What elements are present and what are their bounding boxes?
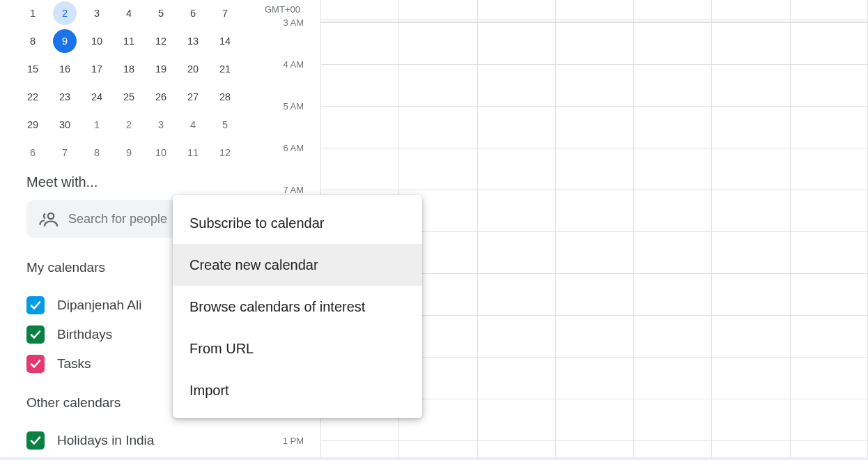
hour-label: 5 AM xyxy=(283,101,304,112)
mini-cal-day-number: 4 xyxy=(117,1,141,25)
mini-cal-day-number: 11 xyxy=(117,29,141,53)
hour-label: 1 PM xyxy=(283,436,304,446)
menu-item[interactable]: Browse calendars of interest xyxy=(173,286,422,328)
mini-cal-day-number: 8 xyxy=(21,29,45,53)
mini-cal-day[interactable]: 11 xyxy=(177,139,209,166)
mini-cal-day-number: 10 xyxy=(149,141,173,164)
hour-label: 4 AM xyxy=(283,59,304,70)
mini-cal-day[interactable]: 15 xyxy=(17,56,49,82)
mini-cal-day[interactable]: 3 xyxy=(81,0,113,26)
mini-cal-day[interactable]: 29 xyxy=(17,112,49,138)
mini-cal-day-number: 11 xyxy=(181,141,205,164)
mini-cal-day[interactable]: 9 xyxy=(49,28,81,54)
mini-cal-day-number: 21 xyxy=(213,57,237,81)
mini-cal-day[interactable]: 27 xyxy=(177,84,209,110)
mini-cal-day-number: 13 xyxy=(181,29,205,53)
mini-cal-day-number: 2 xyxy=(53,1,77,25)
mini-cal-day-number: 6 xyxy=(21,141,45,164)
mini-cal-day[interactable]: 6 xyxy=(177,0,209,26)
calendar-checkbox[interactable] xyxy=(26,431,45,450)
mini-cal-day-number: 17 xyxy=(85,57,109,81)
mini-cal-day-number: 2 xyxy=(117,113,141,137)
people-icon xyxy=(39,211,59,227)
mini-cal-day[interactable]: 8 xyxy=(81,139,113,166)
calendar-item-label: Tasks xyxy=(57,356,91,371)
mini-cal-day[interactable]: 14 xyxy=(209,28,241,54)
mini-cal-day[interactable]: 18 xyxy=(113,56,145,82)
calendar-item-label: Birthdays xyxy=(57,327,112,342)
mini-cal-day-number: 7 xyxy=(53,141,77,164)
menu-item[interactable]: Create new calendar xyxy=(173,244,422,286)
mini-cal-day[interactable]: 28 xyxy=(209,84,241,110)
mini-cal-day[interactable]: 5 xyxy=(145,0,177,26)
mini-cal-day[interactable]: 7 xyxy=(209,0,241,26)
mini-cal-day-number: 15 xyxy=(21,57,45,81)
mini-cal-day[interactable]: 4 xyxy=(177,112,209,138)
calendar-list-item[interactable]: Holidays in India xyxy=(26,426,251,455)
menu-item[interactable]: From URL xyxy=(173,328,422,369)
mini-cal-day[interactable]: 12 xyxy=(209,139,241,166)
mini-cal-day[interactable]: 10 xyxy=(81,28,113,54)
hour-label: 3 AM xyxy=(283,17,304,28)
mini-cal-day[interactable]: 19 xyxy=(145,56,177,82)
mini-cal-day-number: 12 xyxy=(213,141,237,164)
mini-cal-day-number: 5 xyxy=(213,113,237,137)
mini-cal-day-number: 8 xyxy=(85,141,109,164)
mini-cal-day[interactable]: 10 xyxy=(145,139,177,166)
mini-cal-day[interactable]: 13 xyxy=(177,28,209,54)
mini-cal-day-number: 20 xyxy=(181,57,205,81)
calendar-item-label: Holidays in India xyxy=(57,433,154,448)
mini-cal-day[interactable]: 5 xyxy=(209,112,241,138)
mini-cal-day-number: 6 xyxy=(181,1,205,25)
mini-cal-day[interactable]: 30 xyxy=(49,112,81,138)
mini-cal-day-number: 28 xyxy=(213,85,237,109)
mini-cal-day[interactable]: 7 xyxy=(49,139,81,166)
mini-cal-day[interactable]: 21 xyxy=(209,56,241,82)
mini-cal-day[interactable]: 2 xyxy=(113,112,145,138)
mini-calendar: 1234567891011121314151617181920212223242… xyxy=(0,0,251,167)
calendar-checkbox[interactable] xyxy=(26,296,45,314)
mini-cal-day[interactable]: 1 xyxy=(17,0,49,26)
mini-cal-day-number: 7 xyxy=(213,1,237,25)
hour-label: 6 AM xyxy=(283,143,304,153)
mini-cal-day-number: 26 xyxy=(149,85,173,109)
mini-cal-day-number: 23 xyxy=(53,85,77,109)
mini-cal-day[interactable]: 17 xyxy=(81,56,113,82)
calendar-checkbox[interactable] xyxy=(26,355,45,373)
mini-cal-day[interactable]: 4 xyxy=(113,0,145,26)
mini-cal-day[interactable]: 23 xyxy=(49,84,81,110)
calendar-checkbox[interactable] xyxy=(26,325,45,344)
mini-cal-day-number: 10 xyxy=(85,29,109,53)
mini-cal-day[interactable]: 22 xyxy=(17,84,49,110)
svg-point-0 xyxy=(48,213,54,219)
menu-item[interactable]: Import xyxy=(173,369,422,411)
mini-cal-day[interactable]: 9 xyxy=(113,139,145,166)
mini-cal-day[interactable]: 25 xyxy=(113,84,145,110)
menu-item[interactable]: Subscribe to calendar xyxy=(173,202,422,244)
mini-cal-day[interactable]: 16 xyxy=(49,56,81,82)
mini-cal-day[interactable]: 6 xyxy=(17,139,49,166)
mini-cal-day[interactable]: 11 xyxy=(113,28,145,54)
mini-cal-day-number: 4 xyxy=(181,113,205,137)
calendar-item-label: Dipanjenah Ali xyxy=(57,298,141,313)
mini-cal-day[interactable]: 20 xyxy=(177,56,209,82)
mini-cal-day[interactable]: 3 xyxy=(145,112,177,138)
mini-cal-day[interactable]: 24 xyxy=(81,84,113,110)
mini-cal-day-number: 25 xyxy=(117,85,141,109)
mini-cal-day[interactable]: 12 xyxy=(145,28,177,54)
mini-cal-day-number: 3 xyxy=(85,1,109,25)
mini-cal-day-number: 27 xyxy=(181,85,205,109)
add-calendar-menu: Subscribe to calendarCreate new calendar… xyxy=(173,195,422,418)
mini-cal-day-number: 16 xyxy=(53,57,77,81)
mini-cal-day[interactable]: 2 xyxy=(49,0,81,26)
mini-cal-day-number: 1 xyxy=(21,1,45,25)
mini-cal-day-number: 22 xyxy=(21,85,45,109)
mini-cal-day-number: 14 xyxy=(213,29,237,53)
mini-cal-day-number: 9 xyxy=(117,141,141,164)
mini-cal-day-number: 5 xyxy=(149,1,173,25)
mini-cal-day[interactable]: 26 xyxy=(145,84,177,110)
mini-cal-day[interactable]: 1 xyxy=(81,112,113,138)
mini-cal-day[interactable]: 8 xyxy=(17,28,49,54)
mini-cal-day-number: 3 xyxy=(149,113,173,137)
mini-cal-day-number: 30 xyxy=(53,113,77,137)
